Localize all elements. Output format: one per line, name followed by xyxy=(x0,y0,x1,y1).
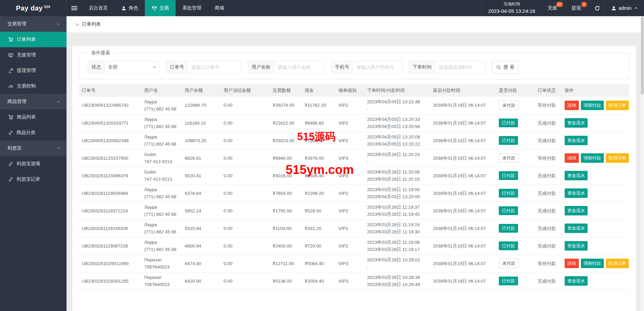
topnav-item[interactable]: 商城 xyxy=(208,0,231,16)
action-cancel-button[interactable]: 取消订单 xyxy=(606,153,629,163)
sidebar-item[interactable]: 交易控制 xyxy=(0,78,67,94)
paid-status-badge[interactable]: 未付款 xyxy=(499,259,519,268)
scale-icon xyxy=(152,5,157,11)
sidebar-item[interactable]: 利息宝选项 xyxy=(0,156,67,172)
scrollbar-thumb[interactable] xyxy=(641,17,644,95)
column-header: 最后付款时间 xyxy=(430,84,496,97)
paid-status-badge[interactable]: 已付款 xyxy=(499,189,518,198)
local-time-value: 2023-04-05 13:24:16 xyxy=(488,7,535,15)
topnav-item[interactable]: 后台首页 xyxy=(82,0,114,16)
action-flow-button[interactable]: 资金流水 xyxy=(565,241,588,251)
cell-order-pay-time: 2023年03月28日 11:20:23- xyxy=(364,149,430,167)
cell-order-status: 完成付款 xyxy=(535,237,562,255)
action-flow-button[interactable]: 资金流水 xyxy=(565,171,588,180)
paid-status-badge[interactable]: 未付款 xyxy=(499,101,519,110)
order-no-input[interactable] xyxy=(187,61,241,74)
admin-user-menu[interactable]: admin xyxy=(605,0,644,16)
cell-commission: ₮720.00 xyxy=(302,237,336,255)
paid-status-badge[interactable]: 已付款 xyxy=(499,241,518,250)
cell-balance: 6420.00 xyxy=(182,272,221,290)
cell-order-pay-time: 2023年03月28日 11:19:552023年04月05日 13:20:00 xyxy=(364,184,430,202)
paid-status-badge[interactable]: 已付款 xyxy=(499,206,518,215)
withdraw-nav-button[interactable]: 提现 0 xyxy=(565,0,589,16)
action-freeze-button[interactable]: 冻结 xyxy=(565,101,579,110)
sidebar-group-title[interactable]: 利息宝 xyxy=(0,140,67,156)
topnav-item-label: 商城 xyxy=(215,5,224,11)
sidebar-item[interactable]: 订单列表 xyxy=(0,32,67,47)
sidebar-item[interactable]: 充值管理 xyxy=(0,47,67,63)
action-flow-button[interactable]: 资金流水 xyxy=(565,136,588,145)
sidebar-item[interactable]: 利息宝记录 xyxy=(0,172,67,187)
cell-user: Лаура(771) 882 45 88 xyxy=(141,237,182,255)
topnav-item[interactable]: 交易 xyxy=(145,0,176,16)
topnav-item[interactable]: 系统管理 xyxy=(176,0,208,16)
action-force-button[interactable]: 强制付款 xyxy=(581,259,604,268)
action-cancel-button[interactable]: 取消订单 xyxy=(606,101,629,110)
sidebar-item[interactable]: 提现管理 xyxy=(0,63,67,78)
refresh-button[interactable] xyxy=(589,0,605,16)
paid-status-badge[interactable]: 已付款 xyxy=(499,119,518,127)
cell-actions: 资金流水 xyxy=(562,237,629,255)
cell-actions: 资金流水 xyxy=(562,114,629,132)
recharge-nav-button[interactable]: 充值 47 xyxy=(541,0,565,16)
paid-status-badge[interactable]: 未付款 xyxy=(499,153,519,163)
status-label: 状态 xyxy=(88,61,104,74)
action-freeze-button[interactable]: 冻结 xyxy=(565,259,579,268)
phone-input[interactable] xyxy=(353,61,403,74)
cell-order-status: 完成付款 xyxy=(535,272,562,290)
cell-balance: 5852.14 xyxy=(182,202,221,219)
action-flow-button[interactable]: 资金流水 xyxy=(565,224,588,233)
cell-last-pay-time: 2038年01月19日 06:14:07 xyxy=(430,184,496,202)
phone-filter-group: 手机号 xyxy=(331,61,403,74)
paid-status-badge[interactable]: 已付款 xyxy=(499,171,518,180)
page-scrollbar[interactable] xyxy=(641,16,644,311)
username-input[interactable] xyxy=(274,61,325,74)
action-flow-button[interactable]: 资金流水 xyxy=(565,118,588,128)
app-logo: Pay dayV20 xyxy=(0,0,67,16)
gauge-icon xyxy=(8,83,14,89)
action-flow-button[interactable]: 资金流水 xyxy=(565,276,588,286)
table-row: UB2304051320333771Лаура(771) 882 45 8811… xyxy=(79,114,629,132)
cell-frozen: 0.00 xyxy=(221,202,270,219)
cart-icon xyxy=(8,114,14,120)
paid-status-badge[interactable]: 已付款 xyxy=(499,277,518,285)
refresh-icon xyxy=(594,5,600,11)
search-button[interactable]: 搜 索 xyxy=(492,61,518,74)
cell-commission: ₮11782.20 xyxy=(302,97,336,114)
order-time-input[interactable] xyxy=(435,61,486,74)
paid-status-badge[interactable]: 已付款 xyxy=(499,136,518,145)
cell-order-no: UB2303281119248326 xyxy=(79,219,141,237)
action-force-button[interactable]: 强制付款 xyxy=(581,101,604,110)
sidebar-toggle-button[interactable] xyxy=(67,0,82,16)
action-force-button[interactable]: 强制付款 xyxy=(581,153,604,163)
cell-user: Лаура(771) 882 45 88 xyxy=(141,219,182,237)
sidebar-group-title[interactable]: 商品管理 xyxy=(0,94,67,109)
action-flow-button[interactable]: 资金流水 xyxy=(565,188,588,198)
paid-status-badge[interactable]: 已付款 xyxy=(499,224,518,233)
cart-icon xyxy=(8,37,14,42)
cell-paid: 未付款 xyxy=(496,97,535,114)
cell-level: VIP2 xyxy=(336,219,364,237)
action-flow-button[interactable]: 资金流水 xyxy=(565,206,588,215)
action-cancel-button[interactable]: 取消订单 xyxy=(606,259,629,268)
card-icon xyxy=(8,52,14,58)
cell-user: Перизат7087640023 xyxy=(141,272,182,290)
topnav-item[interactable]: 角色 xyxy=(114,0,145,16)
cell-commission: ₮5084.40 xyxy=(302,255,336,272)
cell-last-pay-time: 2038年01月19日 06:14:07 xyxy=(430,219,496,237)
cell-order-pay-time: 2023年04月05日 13:20:332023年04月05日 13:20:58 xyxy=(364,114,430,132)
cell-balance: 6626.81 xyxy=(182,149,221,167)
cell-paid: 已付款 xyxy=(496,184,535,202)
cell-order-status: 完成付款 xyxy=(535,132,562,149)
sidebar-item[interactable]: 商品列表 xyxy=(0,109,67,125)
cell-last-pay-time: 2038年01月19日 06:14:07 xyxy=(430,202,496,219)
cell-frozen: 0.00 xyxy=(221,219,270,237)
action-freeze-button[interactable]: 冻结 xyxy=(565,153,579,163)
cell-amount: ₮1755.00 xyxy=(270,202,302,219)
sidebar-group-title[interactable]: 交易管理 xyxy=(0,16,67,32)
order-time-filter-group: 下单时间 xyxy=(409,61,486,74)
sidebar-item[interactable]: 商品分类 xyxy=(0,125,67,140)
table-row: UB2303281120237950Gulim747 413 92136626.… xyxy=(79,149,629,167)
status-select[interactable]: 全部 xyxy=(104,61,160,74)
cell-user: Лаура(771) 882 45 88 xyxy=(141,184,182,202)
